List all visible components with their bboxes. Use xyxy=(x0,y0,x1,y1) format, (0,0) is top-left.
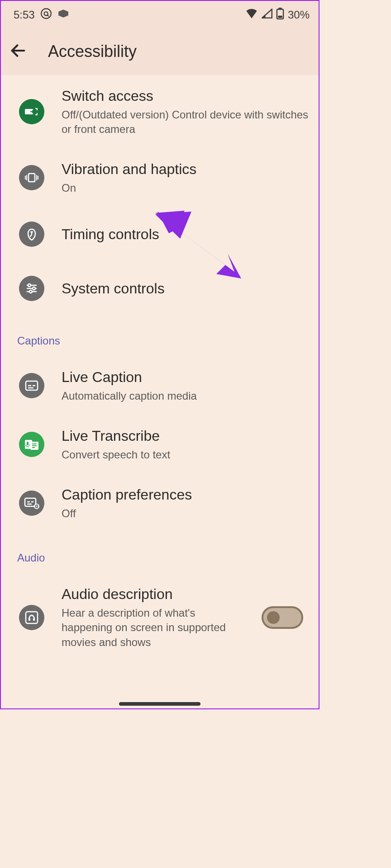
status-bar: 5:53 30% xyxy=(1,1,319,29)
audio-description-toggle[interactable] xyxy=(262,606,303,629)
item-subtitle: On xyxy=(62,181,313,195)
item-audio-description[interactable]: Audio description Hear a description of … xyxy=(1,573,319,661)
settings-list: Switch access Off/(Outdated version) Con… xyxy=(1,75,319,661)
svg-point-29 xyxy=(36,506,38,507)
item-subtitle: Convert speech to text xyxy=(62,448,313,462)
item-title: Timing controls xyxy=(62,225,313,244)
svg-rect-24 xyxy=(25,498,36,506)
status-time: 5:53 xyxy=(14,9,35,21)
item-subtitle: Off/(Outdated version) Control device wi… xyxy=(62,108,313,137)
battery-percent: 30% xyxy=(288,9,310,21)
battery-icon xyxy=(276,8,284,22)
item-title: Audio description xyxy=(62,585,244,604)
toggle-knob xyxy=(267,611,280,624)
svg-rect-6 xyxy=(29,174,35,182)
page-title: Accessibility xyxy=(48,42,137,61)
item-title: Live Caption xyxy=(62,368,313,387)
svg-point-13 xyxy=(29,290,32,293)
package-icon xyxy=(57,9,69,21)
live-transcribe-icon xyxy=(19,432,44,457)
item-timing-controls[interactable]: Timing controls xyxy=(1,207,319,261)
svg-rect-14 xyxy=(26,381,38,390)
item-vibration-haptics[interactable]: Vibration and haptics On xyxy=(1,148,319,207)
item-title: Vibration and haptics xyxy=(62,160,313,179)
header-bar: Accessibility xyxy=(1,29,319,75)
signal-icon xyxy=(262,9,272,21)
item-caption-preferences[interactable]: Caption preferences Off xyxy=(1,474,319,533)
item-title: Switch access xyxy=(62,87,313,106)
item-live-transcribe[interactable]: Live Transcribe Convert speech to text xyxy=(1,415,319,474)
svg-rect-2 xyxy=(278,8,281,9)
section-audio: Audio xyxy=(1,533,319,573)
item-switch-access[interactable]: Switch access Off/(Outdated version) Con… xyxy=(1,75,319,148)
status-right: 30% xyxy=(245,8,310,22)
item-subtitle: Off xyxy=(62,506,313,521)
item-live-caption[interactable]: Live Caption Automatically caption media xyxy=(1,356,319,415)
item-subtitle: Automatically caption media xyxy=(62,389,313,403)
item-title: System controls xyxy=(62,279,313,298)
item-subtitle: Hear a description of what's happening o… xyxy=(62,606,244,650)
wifi-icon xyxy=(245,9,258,21)
svg-point-11 xyxy=(33,287,35,290)
svg-rect-31 xyxy=(29,618,30,621)
timing-icon xyxy=(19,222,44,247)
status-left: 5:53 xyxy=(14,8,69,22)
item-system-controls[interactable]: System controls xyxy=(1,261,319,316)
caption-preferences-icon xyxy=(19,491,44,516)
svg-point-0 xyxy=(41,9,51,19)
live-caption-icon xyxy=(19,373,44,398)
svg-rect-32 xyxy=(33,618,35,621)
whatsapp-icon xyxy=(40,8,52,22)
svg-rect-30 xyxy=(26,612,38,623)
svg-point-9 xyxy=(28,284,31,287)
svg-rect-19 xyxy=(27,442,29,445)
item-title: Live Transcribe xyxy=(62,427,313,446)
switch-access-icon xyxy=(19,99,44,124)
svg-point-7 xyxy=(31,231,33,233)
system-controls-icon xyxy=(19,276,44,301)
vibration-icon xyxy=(19,165,44,190)
navigation-bar-handle[interactable] xyxy=(119,702,200,706)
audio-description-icon xyxy=(19,605,44,630)
svg-rect-3 xyxy=(278,16,282,18)
section-captions: Captions xyxy=(1,316,319,356)
item-title: Caption preferences xyxy=(62,486,313,505)
back-button[interactable] xyxy=(9,42,27,61)
